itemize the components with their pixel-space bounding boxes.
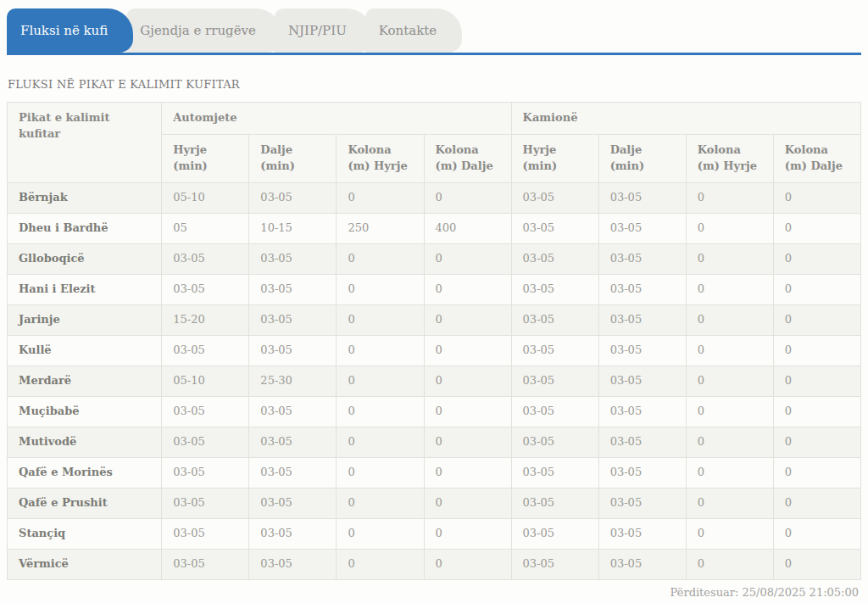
value-cell: 03-05: [511, 457, 598, 488]
table-row: Mutivodë03-0503-050003-0503-0500: [8, 427, 861, 457]
value-cell: 250: [337, 213, 424, 243]
value-cell: 03-05: [511, 304, 598, 335]
crossing-point-name: Jarinje: [8, 304, 162, 335]
value-cell: 0: [686, 335, 773, 366]
value-cell: 03-05: [511, 243, 598, 274]
value-cell: 0: [337, 243, 424, 274]
value-cell: 0: [337, 396, 424, 427]
value-cell: 03-05: [249, 243, 337, 274]
value-cell: 0: [773, 243, 860, 274]
value-cell: 03-05: [511, 396, 598, 427]
value-cell: 0: [424, 366, 511, 396]
column-header-kolona-hyrje-kamione: Kolona (m) Hyrje: [686, 134, 773, 182]
value-cell: 03-05: [511, 182, 598, 213]
table-row: Merdarë05-1025-300003-0503-0500: [8, 366, 861, 396]
value-cell: 15-20: [162, 304, 249, 335]
column-group-kamione: Kamionë: [511, 103, 860, 135]
value-cell: 03-05: [162, 488, 249, 518]
border-flow-table-body: Bërnjak05-1003-050003-0503-0500Dheu i Ba…: [8, 182, 861, 579]
column-header-dalje-kamione: Dalje (min): [598, 134, 686, 182]
table-row: Hani i Elezit03-0503-050003-0503-0500: [8, 274, 861, 304]
crossing-point-name: Glloboqicë: [8, 243, 162, 274]
table-row: Vërmicë03-0503-050003-0503-0500: [8, 549, 861, 579]
value-cell: 05-10: [162, 182, 249, 213]
value-cell: 0: [686, 182, 773, 213]
value-cell: 0: [686, 366, 773, 396]
value-cell: 0: [337, 488, 424, 518]
value-cell: 0: [686, 518, 773, 549]
value-cell: 03-05: [249, 427, 337, 457]
value-cell: 0: [686, 396, 773, 427]
tab-njip-piu[interactable]: NJIP/PIU: [275, 8, 372, 53]
value-cell: 0: [424, 549, 511, 579]
column-header-hyrje-kamione: Hyrje (min): [511, 134, 598, 182]
value-cell: 03-05: [249, 396, 337, 427]
value-cell: 03-05: [511, 274, 598, 304]
value-cell: 03-05: [162, 243, 249, 274]
value-cell: 05-10: [162, 366, 249, 396]
value-cell: 03-05: [511, 213, 598, 243]
value-cell: 0: [686, 457, 773, 488]
value-cell: 0: [773, 488, 860, 518]
value-cell: 0: [424, 182, 511, 213]
value-cell: 0: [686, 243, 773, 274]
value-cell: 0: [424, 427, 511, 457]
tab-fluksi-ne-kufi[interactable]: Fluksi në kufi: [7, 8, 133, 53]
value-cell: 0: [337, 366, 424, 396]
value-cell: 0: [337, 335, 424, 366]
crossing-point-name: Hani i Elezit: [8, 274, 162, 304]
border-flow-table: Pikat e kalimit kufitar Automjete Kamion…: [7, 102, 861, 580]
column-group-automjete: Automjete: [162, 103, 511, 135]
table-row: Kullë03-0503-050003-0503-0500: [8, 335, 861, 366]
value-cell: 03-05: [598, 396, 686, 427]
value-cell: 0: [686, 304, 773, 335]
tab-kontakte[interactable]: Kontakte: [365, 8, 462, 53]
crossing-point-name: Dheu i Bardhë: [8, 213, 162, 243]
value-cell: 03-05: [598, 457, 686, 488]
value-cell: 03-05: [511, 488, 598, 518]
value-cell: 0: [424, 304, 511, 335]
value-cell: 03-05: [598, 182, 686, 213]
value-cell: 0: [773, 518, 860, 549]
value-cell: 0: [337, 304, 424, 335]
value-cell: 03-05: [598, 518, 686, 549]
value-cell: 03-05: [598, 213, 686, 243]
value-cell: 0: [424, 518, 511, 549]
column-header-kolona-dalje-kamione: Kolona (m) Dalje: [773, 134, 860, 182]
value-cell: 0: [424, 243, 511, 274]
crossing-point-name: Mutivodë: [8, 427, 162, 457]
value-cell: 0: [424, 457, 511, 488]
value-cell: 0: [773, 182, 860, 213]
value-cell: 0: [337, 274, 424, 304]
page-title: FLUKSI NË PIKAT E KALIMIT KUFITAR: [8, 78, 861, 91]
value-cell: 03-05: [249, 518, 337, 549]
crossing-point-name: Qafë e Morinës: [8, 457, 162, 488]
table-row: Qafë e Morinës03-0503-050003-0503-0500: [8, 457, 861, 488]
value-cell: 0: [773, 427, 860, 457]
value-cell: 03-05: [598, 335, 686, 366]
value-cell: 05: [162, 213, 249, 243]
value-cell: 03-05: [162, 335, 249, 366]
value-cell: 400: [424, 213, 511, 243]
column-header-kolona-hyrje-auto: Kolona (m) Hyrje: [337, 134, 424, 182]
crossing-point-name: Qafë e Prushit: [8, 488, 162, 518]
crossing-point-name: Vërmicë: [8, 549, 162, 579]
value-cell: 03-05: [511, 427, 598, 457]
value-cell: 0: [686, 274, 773, 304]
value-cell: 03-05: [511, 549, 598, 579]
column-header-hyrje-auto: Hyrje (min): [162, 134, 249, 182]
crossing-point-name: Bërnjak: [8, 182, 162, 213]
value-cell: 0: [337, 182, 424, 213]
value-cell: 03-05: [249, 549, 337, 579]
value-cell: 0: [773, 549, 860, 579]
value-cell: 03-05: [511, 366, 598, 396]
value-cell: 0: [424, 396, 511, 427]
value-cell: 03-05: [598, 274, 686, 304]
value-cell: 0: [686, 488, 773, 518]
value-cell: 03-05: [598, 488, 686, 518]
value-cell: 0: [773, 457, 860, 488]
value-cell: 0: [686, 549, 773, 579]
tab-gjendja-e-rrugeve[interactable]: Gjendja e rrugëve: [126, 8, 281, 53]
value-cell: 0: [773, 366, 860, 396]
crossing-point-name: Muçibabë: [8, 396, 162, 427]
